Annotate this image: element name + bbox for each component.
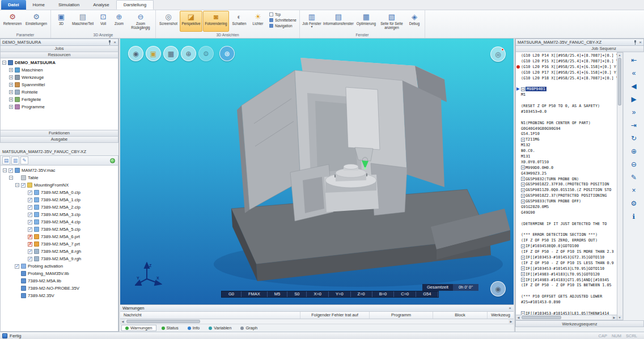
gcode-line[interactable]: + G65P9018Z2.37F30.(PROTECTED POSITION bbox=[516, 181, 617, 187]
go-to-start-icon[interactable]: ⇤ bbox=[631, 57, 637, 63]
file-checkbox[interactable] bbox=[15, 264, 19, 269]
tree-expand-toggle[interactable]: + bbox=[9, 75, 13, 79]
warnings-tab[interactable]: Graph bbox=[236, 325, 261, 331]
file-checkbox[interactable] bbox=[28, 220, 32, 224]
file-tree-item[interactable]: 7389-M2.M5A_2.clp bbox=[1, 204, 118, 211]
gcode-gutter[interactable] bbox=[516, 80, 521, 86]
gcode-gutter[interactable] bbox=[516, 260, 521, 266]
zoom-undo-button[interactable]: ⊖ Zoom Rückgängig bbox=[128, 11, 154, 32]
gcode-line[interactable]: + IF[[#14983-#14183]GT1.05]AND[[#10345 bbox=[516, 277, 617, 283]
gcode-expand-toggle[interactable]: + bbox=[521, 177, 525, 181]
column-header[interactable]: Block bbox=[433, 312, 488, 319]
gcode-gutter[interactable] bbox=[516, 142, 521, 148]
file-checkbox[interactable] bbox=[28, 198, 32, 202]
loop-icon[interactable]: ↻ bbox=[631, 135, 637, 142]
comment-icon[interactable]: ✎ bbox=[20, 156, 28, 164]
gcode-line[interactable]: (IF Z OF P50 IS ZERO, ERRORS OUT) bbox=[516, 238, 617, 243]
gcode-line[interactable]: + IF[#103453EQ0.0]GOTO100 bbox=[516, 243, 617, 249]
resource-tree-item[interactable]: + Fertigteile bbox=[1, 96, 118, 103]
gcode-gutter[interactable] bbox=[516, 181, 521, 187]
gcode-line[interactable]: (*** ERROR DETECTION SECTION ***) bbox=[516, 232, 617, 238]
tree-expand-toggle[interactable]: + bbox=[9, 98, 13, 101]
gcode-gutter[interactable] bbox=[516, 221, 521, 227]
gcode-line[interactable]: + IF[[#103453-#101453]LT0.95]GOTO110 bbox=[516, 266, 617, 272]
ribbon-tab[interactable]: Analyse bbox=[86, 0, 116, 10]
warnings-tab[interactable]: Warnungen bbox=[121, 325, 156, 331]
gcode-line[interactable]: X0.0Y0.0T159 bbox=[516, 159, 617, 165]
gcode-expand-toggle[interactable]: + bbox=[521, 194, 525, 198]
warnings-tab[interactable]: Status bbox=[158, 325, 183, 331]
gcode-gutter[interactable] bbox=[516, 154, 521, 159]
file-tree-item[interactable]: − Table bbox=[1, 174, 118, 181]
file-checkbox[interactable] bbox=[28, 242, 32, 247]
machine-camera-icon[interactable]: ◉ bbox=[490, 281, 506, 296]
gcode-expand-toggle[interactable]: + bbox=[521, 256, 525, 260]
resource-tree-item[interactable]: + Spannmittel bbox=[1, 81, 118, 88]
debug-button[interactable]: ◈ Debug bbox=[406, 11, 423, 32]
gcode-line[interactable] bbox=[516, 288, 617, 294]
viewport-3d[interactable]: ◉ ▣ ▦ ⊕ ⚙ ⊛ ◎ ◉ Gesamtzeit 0h 0' 0'' G0 … bbox=[120, 39, 514, 304]
file-tree-item[interactable]: 7389-M2.M5A_1.clp bbox=[1, 196, 118, 204]
file-checkbox[interactable] bbox=[9, 168, 13, 173]
jobs-bar[interactable]: Jobs bbox=[0, 46, 118, 52]
tree-expand-toggle[interactable]: + bbox=[9, 105, 13, 109]
gcode-line[interactable]: + M98P9401 bbox=[516, 86, 617, 92]
gcode-line[interactable]: + G65P9832(TURN PROBE ON) bbox=[516, 176, 617, 182]
file-tree-item[interactable]: 7389-M2.M5A_6.prt bbox=[1, 233, 118, 240]
resource-tree-item[interactable]: + Werkzeuge bbox=[1, 74, 118, 81]
gcode-line[interactable] bbox=[516, 80, 617, 86]
gcode-gutter[interactable] bbox=[516, 249, 521, 255]
scroll-right-icon[interactable]: ▶ bbox=[509, 319, 514, 324]
scroll-left-icon[interactable]: ◀ bbox=[120, 319, 125, 324]
gcode-gutter[interactable] bbox=[516, 204, 521, 210]
gcode-line[interactable]: + IF[[#103453-#101453]GT2.35]GOTO110 bbox=[516, 255, 617, 260]
gcode-vscrollbar[interactable]: ▲ ▼ bbox=[617, 52, 623, 320]
gcode-gutter[interactable] bbox=[516, 120, 521, 126]
warnings-hscrollbar[interactable]: ◀ ▶ bbox=[120, 319, 514, 324]
step-forward-icon[interactable]: » bbox=[632, 109, 636, 116]
photorender-button[interactable]: ◙ Fotorendering bbox=[203, 11, 229, 32]
gcode-line[interactable]: #103453=0.0 bbox=[516, 109, 617, 115]
gcode-expand-toggle[interactable]: + bbox=[521, 138, 525, 142]
file-tree-item[interactable]: Probing activation bbox=[1, 262, 118, 270]
gcode-gutter[interactable] bbox=[516, 70, 521, 75]
file-tree-item[interactable]: 7389-M2.M5A_7.prt bbox=[1, 240, 118, 248]
gcode-line[interactable]: + M999D0.0H0.0 bbox=[516, 165, 617, 171]
lights-button[interactable]: ☀ Lichter bbox=[249, 11, 266, 32]
gcode-gutter[interactable] bbox=[516, 232, 521, 238]
gcode-line[interactable]: G0G40G49G80G90G94 bbox=[516, 126, 617, 132]
scroll-up-icon[interactable]: ▲ bbox=[617, 53, 622, 57]
file-tree-item[interactable]: − MountingFromNX bbox=[1, 181, 118, 189]
gcode-line[interactable]: + G65P9833(TURN PROBE OFF) bbox=[516, 198, 617, 204]
close-icon[interactable]: × bbox=[113, 40, 116, 45]
funktionen-bar[interactable]: Funktionen bbox=[0, 130, 118, 137]
zoom-mode-icon[interactable]: ⊕ bbox=[181, 46, 196, 61]
gcode-hscrollbar[interactable]: ◀ ▶ bbox=[515, 315, 617, 320]
file-checkbox[interactable] bbox=[28, 190, 32, 195]
gcode-expand-toggle[interactable]: + bbox=[521, 266, 525, 270]
gcode-gutter[interactable] bbox=[516, 86, 521, 92]
machine-3d-render[interactable] bbox=[120, 39, 514, 304]
scroll-thumb[interactable] bbox=[522, 316, 561, 319]
gcode-line[interactable]: N1(PROBING FOR CENTER OF PART) bbox=[516, 120, 617, 126]
file-tree-item[interactable]: 7389-M2-NO-PROBE.35V bbox=[1, 285, 118, 292]
references-button[interactable]: ⚙ Referenzen bbox=[2, 11, 23, 32]
scroll-thumb[interactable] bbox=[618, 58, 621, 105]
gcode-gutter[interactable] bbox=[516, 165, 521, 171]
gcode-gutter[interactable] bbox=[516, 305, 521, 311]
file-checkbox[interactable] bbox=[28, 227, 32, 232]
gcode-gutter[interactable] bbox=[516, 311, 521, 315]
gcode-gutter[interactable] bbox=[516, 53, 521, 58]
gcode-line[interactable] bbox=[516, 215, 617, 221]
screenshot-button[interactable]: ◎ Screenshot bbox=[158, 11, 179, 32]
close-icon[interactable]: × bbox=[639, 40, 642, 45]
optimization-button[interactable]: ▦ Optimierung bbox=[355, 11, 378, 32]
file-tree-item[interactable]: 7389-M2.M5A_5.clp bbox=[1, 226, 118, 233]
gcode-gutter[interactable] bbox=[516, 238, 521, 243]
gcode-line[interactable] bbox=[516, 305, 617, 311]
tree-expand-toggle[interactable]: − bbox=[2, 61, 6, 65]
file-tree-item[interactable]: 7389-M2.M5A_8.rgh bbox=[1, 248, 118, 255]
edit-icon[interactable]: ✎ bbox=[631, 174, 637, 181]
gcode-gutter[interactable] bbox=[516, 75, 521, 81]
gcode-gutter[interactable] bbox=[516, 299, 521, 305]
